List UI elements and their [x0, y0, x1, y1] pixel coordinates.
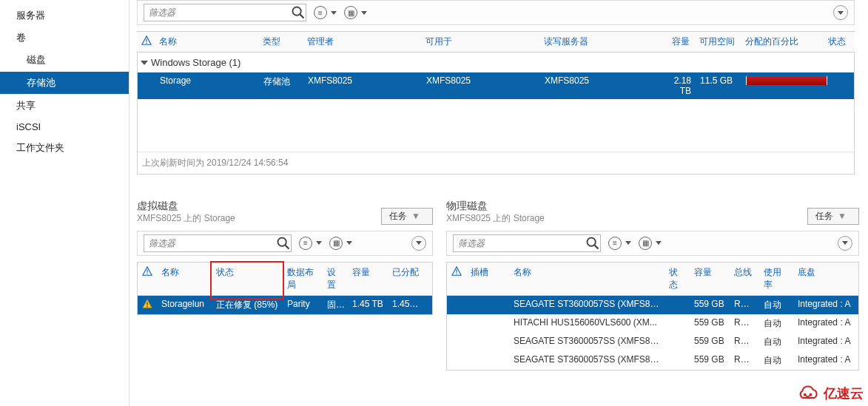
top-grid-body: Windows Storage (1) Storage 存储池 XMFS8025… — [137, 53, 855, 175]
pd-task-button[interactable]: 任务 ▼ — [807, 208, 859, 225]
pd-col-usage[interactable]: 使用率 — [759, 263, 793, 295]
sidebar-item-shares[interactable]: 共享 — [0, 95, 129, 117]
svg-point-4 — [146, 43, 147, 44]
cell-capacity: 2.18 TB — [657, 75, 696, 96]
pd-cell-chassis: Integrated : A — [793, 354, 858, 367]
sidebar-item-servers[interactable]: 服务器 — [0, 4, 129, 27]
expand-icon[interactable] — [833, 5, 848, 20]
table-row[interactable]: SEAGATE ST3600057SS (XMFS802...559 GBRAI… — [447, 351, 858, 370]
pd-grid: 插槽 名称 状态 容量 总线 使用率 底盘 SEAGATE ST3600057S… — [446, 262, 859, 371]
vd-filter-input[interactable] — [144, 235, 276, 251]
pd-cell-status — [665, 317, 690, 330]
warning-icon — [142, 301, 152, 311]
cloud-icon — [795, 384, 821, 403]
table-row[interactable]: SEAGATE ST3600057SS (XMFS802...559 GBRAI… — [447, 333, 858, 351]
svg-line-1 — [300, 15, 304, 18]
vd-col-layout[interactable]: 数据布局 — [283, 263, 323, 295]
search-icon[interactable] — [276, 236, 291, 251]
col-capacity[interactable]: 容量 — [656, 32, 695, 52]
pd-cell-usage: 自动 — [759, 299, 793, 311]
svg-line-6 — [286, 245, 289, 248]
table-row[interactable]: HITACHI HUS156060VLS600 (XM...559 GBRAID… — [447, 314, 858, 333]
pd-cell-usage: 自动 — [759, 354, 793, 367]
col-status[interactable]: 状态 — [824, 32, 853, 52]
pd-col-capacity[interactable]: 容量 — [690, 263, 730, 295]
pd-col-bus[interactable]: 总线 — [730, 263, 759, 295]
vd-toolbar: ≡ ▦ — [137, 231, 433, 256]
pd-col-status[interactable]: 状态 — [665, 263, 690, 295]
pd-cell-capacity: 559 GB — [690, 299, 730, 311]
vd-col-name[interactable]: 名称 — [157, 263, 212, 295]
col-avail[interactable]: 可用于 — [421, 32, 539, 52]
sidebar-item-iscsi[interactable]: iSCSI — [0, 117, 129, 137]
pd-cell-name: SEAGATE ST3600057SS (XMFS802... — [509, 299, 665, 311]
pd-cell-name: HITACHI HUS156060VLS600 (XM... — [509, 317, 665, 330]
pd-cell-status — [665, 299, 690, 311]
sidebar-item-disks[interactable]: 磁盘 — [0, 49, 129, 71]
pd-col-slot[interactable]: 插槽 — [466, 263, 509, 295]
filter-input[interactable] — [144, 4, 291, 21]
col-type[interactable]: 类型 — [258, 32, 303, 52]
vd-cell-capacity: 1.45 TB — [348, 299, 388, 311]
svg-point-17 — [456, 274, 457, 274]
vd-title: 虚拟磁盘 — [137, 200, 235, 212]
table-row[interactable]: SEAGATE ST3600057SS (XMFS802...559 GBRAI… — [447, 296, 858, 314]
col-rw[interactable]: 读写服务器 — [539, 32, 656, 52]
pd-cell-chassis: Integrated : A — [793, 336, 858, 348]
svg-line-14 — [595, 245, 599, 248]
last-refresh-label: 上次刷新时间为 2019/12/24 14:56:54 — [138, 152, 854, 174]
pd-cell-bus: RAID — [730, 354, 759, 367]
pd-cell-capacity: 559 GB — [690, 336, 730, 348]
expand-icon[interactable] — [411, 236, 426, 251]
list-view-icon[interactable]: ≡ — [608, 237, 631, 250]
watermark-text: 亿速云 — [824, 385, 864, 402]
svg-point-9 — [147, 274, 147, 274]
col-free[interactable]: 可用空间 — [695, 32, 741, 52]
col-managed[interactable]: 管理者 — [303, 32, 421, 52]
col-alloc[interactable]: 分配的百分比 — [741, 32, 824, 52]
expand-icon[interactable] — [838, 236, 852, 251]
list-view-icon[interactable]: ≡ — [314, 6, 337, 19]
pd-filter-input[interactable] — [454, 235, 585, 251]
sidebar-item-volumes[interactable]: 卷 — [0, 27, 129, 49]
svg-point-12 — [147, 305, 148, 307]
sidebar-item-storage-pools[interactable]: 存储池 — [0, 72, 129, 94]
top-toolbar: ≡ ▦ — [137, 0, 855, 25]
main-content: ≡ ▦ 名称 类型 管理者 可用于 读写服务器 容量 可用空间 分配的百分比 状… — [129, 0, 868, 406]
col-name[interactable]: 名称 — [155, 32, 258, 52]
vd-cell-setting: 固定 — [323, 299, 348, 311]
table-row[interactable]: Storagelun 正在修复 (85%) Parity 固定 1.45 TB … — [138, 296, 432, 314]
pd-cell-capacity: 559 GB — [690, 317, 730, 330]
filter-box — [144, 4, 306, 21]
sidebar-item-work-folders[interactable]: 工作文件夹 — [0, 137, 129, 159]
media-view-icon[interactable]: ▦ — [329, 237, 352, 250]
list-view-icon[interactable]: ≡ — [299, 237, 322, 250]
expand-triangle-icon — [141, 61, 148, 65]
pd-filter-box — [453, 234, 601, 252]
media-view-icon[interactable]: ▦ — [344, 6, 367, 19]
vd-col-status[interactable]: 状态 — [212, 263, 283, 295]
vd-task-button[interactable]: 任务 ▼ — [381, 208, 433, 225]
vd-cell-name: Storagelun — [157, 299, 212, 311]
cell-alloc-bar — [741, 75, 824, 96]
pd-cell-bus: RAID — [730, 317, 759, 330]
warning-column-icon — [451, 266, 460, 275]
pd-cell-capacity: 559 GB — [690, 354, 730, 367]
vd-col-setting[interactable]: 设置 — [323, 263, 348, 295]
table-row[interactable]: Storage 存储池 XMFS8025 XMFS8025 XMFS8025 2… — [138, 72, 854, 99]
pd-cell-status — [665, 354, 690, 367]
vd-col-capacity[interactable]: 容量 — [348, 263, 388, 295]
pd-col-chassis[interactable]: 底盘 — [793, 263, 858, 295]
media-view-icon[interactable]: ▦ — [639, 237, 662, 250]
search-icon[interactable] — [585, 236, 600, 251]
group-row[interactable]: Windows Storage (1) — [138, 53, 854, 72]
pd-cell-bus: RAID — [730, 336, 759, 348]
pd-col-name[interactable]: 名称 — [509, 263, 665, 295]
search-icon[interactable] — [291, 5, 306, 20]
top-grid-header: 名称 类型 管理者 可用于 读写服务器 容量 可用空间 分配的百分比 状态 — [137, 31, 855, 53]
pd-cell-bus: RAID — [730, 299, 759, 311]
pd-cell-chassis: Integrated : A — [793, 299, 858, 311]
cell-free: 11.5 GB — [696, 75, 741, 96]
vd-col-alloc[interactable]: 已分配 — [388, 263, 423, 295]
virtual-disk-panel: 虚拟磁盘 XMFS8025 上的 Storage 任务 ▼ — [137, 200, 433, 371]
